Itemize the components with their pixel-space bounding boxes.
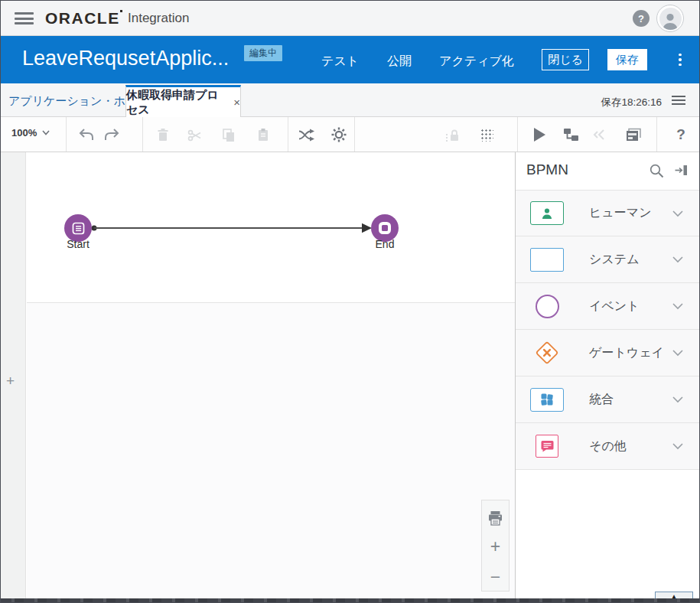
chevron-down-icon [42, 130, 50, 135]
chevron-down-icon[interactable] [672, 253, 683, 266]
print-icon[interactable] [482, 510, 509, 526]
flow-tree-icon[interactable] [561, 125, 581, 144]
registered-mark [120, 10, 122, 12]
palette-item-label: ゲートウェイ [589, 345, 672, 361]
help-icon[interactable]: ? [633, 10, 650, 27]
delete-icon [153, 125, 173, 144]
start-node-label: Start [55, 238, 101, 250]
end-node-label: End [362, 238, 408, 250]
palette-item-system[interactable]: システム [516, 236, 699, 283]
menu-test[interactable]: テスト [321, 54, 359, 70]
swimlane[interactable] [27, 152, 515, 303]
palette-item-gateway[interactable]: ゲートウェイ [516, 330, 699, 376]
paste-icon [253, 125, 273, 144]
reroute-icon[interactable] [297, 125, 317, 144]
lane-rail: + [1, 152, 26, 598]
palette-header: BPMN [516, 152, 699, 190]
merge-arrows-icon [588, 125, 607, 144]
chevron-down-icon[interactable] [672, 439, 683, 453]
cut-icon [184, 125, 204, 144]
chevron-down-icon[interactable] [672, 207, 683, 220]
process-canvas[interactable]: Start End + − [27, 152, 515, 598]
palette-item-label: イベント [589, 298, 672, 315]
oracle-logo: ORACLE [45, 9, 120, 28]
human-task-icon [530, 201, 564, 225]
bpmn-palette: BPMN ヒューマン システム [515, 152, 699, 598]
canvas-zoom-panel: + − [481, 500, 510, 592]
zoom-out-button[interactable]: − [482, 569, 509, 585]
avatar-person-icon [659, 8, 682, 30]
palette-item-human[interactable]: ヒューマン [516, 190, 699, 236]
integration-icon [530, 388, 564, 412]
event-icon [536, 295, 559, 318]
palette-item-label: その他 [589, 438, 672, 455]
palette-item-event[interactable]: イベント [516, 283, 699, 330]
zoom-level-value: 100% [11, 127, 37, 139]
snap-lock-icon [442, 125, 462, 144]
zoom-in-button[interactable]: + [482, 539, 509, 554]
overflow-menu-icon[interactable] [675, 49, 685, 70]
menu-publish[interactable]: 公開 [387, 54, 412, 70]
save-timestamp: 保存18:26:16 [601, 96, 662, 109]
grid-icon[interactable] [477, 125, 497, 144]
gateway-icon [529, 340, 565, 366]
forms-panel-icon[interactable] [623, 125, 643, 144]
gear-icon[interactable] [329, 125, 349, 144]
chevron-down-icon[interactable] [672, 393, 683, 406]
end-stop-icon [377, 220, 392, 236]
status-badge: 編集中 [244, 45, 282, 61]
window-bottom-edge [1, 598, 699, 602]
redo-icon[interactable] [102, 125, 122, 144]
start-form-icon [71, 221, 86, 236]
chevron-down-icon[interactable] [672, 299, 683, 313]
palette-item-label: ヒューマン [589, 205, 672, 221]
version-list-icon[interactable] [672, 96, 685, 106]
collapse-panel-icon[interactable] [674, 163, 689, 181]
tab-label: 休暇取得申請プロセス [126, 88, 227, 117]
palette-item-other[interactable]: その他 [516, 423, 699, 470]
toolbar-help-icon[interactable]: ? [671, 125, 691, 144]
save-button[interactable]: 保存 [607, 49, 647, 70]
oracle-integration-window: ORACLE Integration ? LeaveRequsetApplic.… [0, 0, 700, 603]
global-topbar: ORACLE Integration ? [1, 1, 699, 36]
system-task-icon [530, 248, 564, 272]
application-title: LeaveRequsetApplic... [22, 47, 229, 70]
product-name: Integration [128, 11, 189, 26]
menu-activate[interactable]: アクティブ化 [439, 54, 514, 70]
editor-toolbar: 100% [1, 117, 699, 152]
zoom-level-dropdown[interactable]: 100% [11, 127, 50, 139]
process-header: LeaveRequsetApplic... 編集中 テスト 公開 アクティブ化 … [1, 36, 699, 83]
palette-item-integration[interactable]: 統合 [516, 376, 699, 423]
hamburger-menu-icon[interactable] [15, 12, 34, 24]
tab-bar: アプリケーション・ホーム 休暇取得申請プロセス × 保存18:26:16 [1, 83, 699, 117]
tab-close-icon[interactable]: × [233, 96, 240, 109]
avatar[interactable] [656, 5, 684, 32]
other-note-icon [536, 435, 558, 458]
play-icon[interactable] [529, 125, 549, 144]
tab-process[interactable]: 休暇取得申請プロセス × [125, 85, 241, 117]
palette-item-label: システム [589, 252, 672, 268]
add-lane-button[interactable]: + [6, 373, 15, 390]
close-button[interactable]: 閉じる [542, 49, 589, 70]
search-icon[interactable] [649, 163, 664, 181]
undo-icon[interactable] [77, 125, 96, 144]
palette-item-label: 統合 [589, 392, 672, 408]
copy-icon [219, 125, 239, 144]
palette-title: BPMN [526, 161, 568, 178]
chevron-down-icon[interactable] [672, 346, 683, 360]
